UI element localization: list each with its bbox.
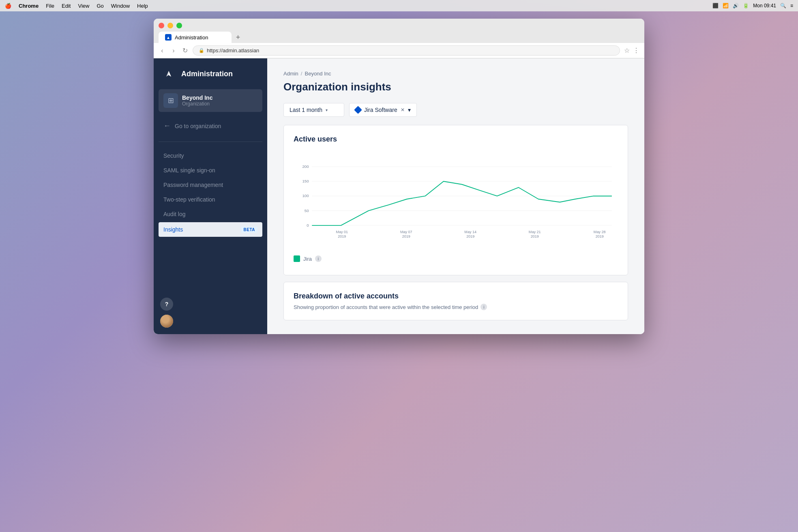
sidebar-item-insights[interactable]: Insights BETA bbox=[159, 222, 262, 237]
org-name: Beyond Inc bbox=[182, 94, 212, 101]
app-name: Chrome bbox=[19, 3, 39, 9]
saml-label: SAML single sign-on bbox=[163, 167, 215, 174]
chart-container: 200 150 100 50 0 May 01 2019 May 07 2019… bbox=[294, 152, 618, 265]
breakdown-subtitle-text: Showing proportion of accounts that were… bbox=[294, 304, 478, 310]
tab-title: Administration bbox=[175, 34, 208, 41]
svg-text:May 21: May 21 bbox=[529, 230, 541, 234]
avatar-image bbox=[160, 315, 173, 328]
sidebar: Administration ⊞ Beyond Inc Organization… bbox=[154, 58, 267, 334]
go-to-org-icon: ← bbox=[163, 122, 171, 130]
help-button[interactable]: ? bbox=[160, 298, 173, 311]
sidebar-item-security[interactable]: Security bbox=[154, 148, 267, 163]
url-text: https://admin.atlassian bbox=[207, 47, 259, 54]
menu-view[interactable]: View bbox=[78, 3, 89, 9]
browser-chrome: ▲ Administration + bbox=[154, 19, 644, 43]
svg-text:2019: 2019 bbox=[596, 234, 604, 238]
password-label: Password management bbox=[163, 182, 223, 188]
period-chevron-icon: ▾ bbox=[326, 108, 328, 112]
svg-text:200: 200 bbox=[302, 164, 309, 169]
jira-diamond-icon bbox=[354, 106, 362, 114]
org-icon: ⊞ bbox=[163, 93, 178, 108]
sidebar-title: Administration bbox=[181, 70, 233, 78]
tab-bar: ▲ Administration + bbox=[159, 32, 639, 43]
security-label: Security bbox=[163, 152, 184, 159]
new-tab-button[interactable]: + bbox=[232, 32, 244, 43]
screen-mirror-icon: ⬛ bbox=[712, 3, 719, 9]
product-filter[interactable]: Jira Software ✕ ▾ bbox=[349, 103, 417, 117]
sidebar-item-saml[interactable]: SAML single sign-on bbox=[154, 163, 267, 178]
bookmark-icon[interactable]: ☆ bbox=[624, 47, 630, 54]
control-center-icon[interactable]: ≡ bbox=[790, 3, 793, 9]
sidebar-item-auditlog[interactable]: Audit log bbox=[154, 207, 267, 221]
active-tab[interactable]: ▲ Administration bbox=[159, 32, 232, 43]
menu-edit[interactable]: Edit bbox=[62, 3, 71, 9]
back-button[interactable]: ‹ bbox=[159, 47, 166, 54]
page-title: Organization insights bbox=[283, 81, 628, 93]
search-icon[interactable]: 🔍 bbox=[780, 3, 786, 9]
apple-menu[interactable]: 🍎 bbox=[5, 3, 11, 9]
more-options-icon[interactable]: ⋮ bbox=[633, 47, 639, 54]
insights-label: Insights bbox=[163, 226, 183, 233]
org-info: Beyond Inc Organization bbox=[182, 94, 212, 107]
active-users-chart: 200 150 100 50 0 May 01 2019 May 07 2019… bbox=[294, 152, 618, 249]
clock: Mon 09:41 bbox=[753, 3, 776, 9]
org-type: Organization bbox=[182, 101, 212, 107]
sidebar-bottom: ? bbox=[154, 291, 267, 334]
product-chevron-icon: ▾ bbox=[408, 107, 411, 113]
address-bar: ‹ › ↻ 🔒 https://admin.atlassian ☆ ⋮ bbox=[154, 43, 644, 58]
svg-text:2019: 2019 bbox=[338, 234, 346, 238]
breadcrumb-separator: / bbox=[301, 71, 302, 77]
menu-window[interactable]: Window bbox=[111, 3, 130, 9]
svg-text:May 14: May 14 bbox=[464, 230, 476, 234]
org-item[interactable]: ⊞ Beyond Inc Organization bbox=[159, 89, 262, 112]
menubar: 🍎 Chrome File Edit View Go Window Help ⬛… bbox=[0, 0, 798, 11]
minimize-button[interactable] bbox=[167, 23, 173, 28]
svg-text:2019: 2019 bbox=[402, 234, 410, 238]
lock-icon: 🔒 bbox=[199, 48, 204, 53]
svg-text:May 07: May 07 bbox=[400, 230, 412, 234]
wifi-icon: 📶 bbox=[723, 3, 729, 9]
svg-text:2019: 2019 bbox=[531, 234, 539, 238]
menu-go[interactable]: Go bbox=[97, 3, 103, 9]
svg-text:0: 0 bbox=[307, 223, 309, 227]
breakdown-title: Breakdown of active accounts bbox=[294, 292, 618, 300]
period-label: Last 1 month bbox=[290, 107, 322, 113]
maximize-button[interactable] bbox=[176, 23, 182, 28]
close-button[interactable] bbox=[159, 23, 164, 28]
remove-product-icon[interactable]: ✕ bbox=[401, 107, 405, 113]
svg-text:May 28: May 28 bbox=[594, 230, 606, 234]
breakdown-info-icon[interactable]: i bbox=[481, 304, 487, 310]
forward-button[interactable]: › bbox=[170, 47, 177, 54]
legend-color-jira bbox=[294, 255, 300, 262]
traffic-lights bbox=[159, 23, 639, 28]
atlassian-logo bbox=[162, 66, 176, 81]
svg-text:100: 100 bbox=[302, 193, 309, 198]
menu-file[interactable]: File bbox=[46, 3, 54, 9]
breakdown-subtitle: Showing proportion of accounts that were… bbox=[294, 304, 618, 310]
chart-line bbox=[312, 181, 612, 225]
chart-legend: Jira i bbox=[294, 255, 618, 262]
breadcrumb-admin[interactable]: Admin bbox=[283, 71, 298, 77]
main-content: Admin / Beyond Inc Organization insights… bbox=[267, 58, 644, 334]
svg-text:150: 150 bbox=[302, 179, 309, 183]
twostep-label: Two-step verification bbox=[163, 196, 215, 203]
battery-icon: 🔋 bbox=[743, 3, 749, 9]
menu-help[interactable]: Help bbox=[137, 3, 148, 9]
reload-button[interactable]: ↻ bbox=[181, 47, 189, 54]
breakdown-card: Breakdown of active accounts Showing pro… bbox=[283, 282, 628, 320]
tab-favicon: ▲ bbox=[165, 34, 172, 41]
svg-text:50: 50 bbox=[305, 208, 309, 213]
period-filter[interactable]: Last 1 month ▾ bbox=[283, 103, 344, 117]
legend-info-icon[interactable]: i bbox=[315, 255, 322, 262]
user-avatar[interactable] bbox=[160, 315, 173, 328]
url-input[interactable]: 🔒 https://admin.atlassian bbox=[193, 45, 620, 56]
sidebar-item-password[interactable]: Password management bbox=[154, 178, 267, 192]
auditlog-label: Audit log bbox=[163, 211, 185, 217]
legend-label-jira: Jira bbox=[303, 256, 312, 262]
product-label: Jira Software bbox=[364, 107, 397, 113]
active-users-card: Active users 200 150 100 50 bbox=[283, 125, 628, 275]
svg-text:May 01: May 01 bbox=[336, 230, 348, 234]
go-to-org-link[interactable]: ← Go to organization bbox=[159, 118, 262, 133]
sidebar-item-twostep[interactable]: Two-step verification bbox=[154, 192, 267, 207]
breadcrumb-org[interactable]: Beyond Inc bbox=[305, 71, 331, 77]
